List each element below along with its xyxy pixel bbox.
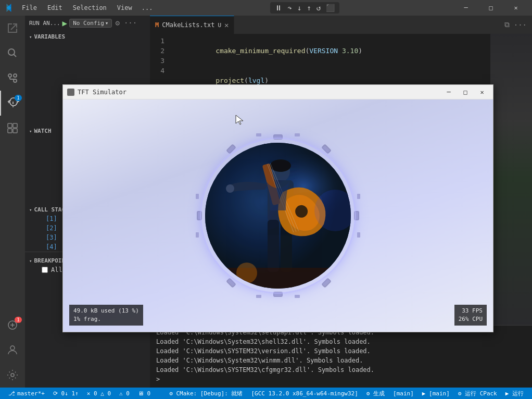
status-warnings[interactable]: ⚠ 0	[115, 388, 134, 399]
debug-stepover-btn[interactable]: ↷	[286, 3, 293, 13]
debug-badge: 1	[15, 95, 22, 101]
svg-rect-14	[13, 129, 17, 133]
debug-stepout-btn[interactable]: ↑	[305, 3, 312, 13]
status-cpack[interactable]: ⚙ 运行 CPack	[454, 388, 501, 399]
fps-info-overlay: 33 FPS 26% CPU	[454, 305, 487, 326]
run-label: RUN AN...	[29, 20, 60, 27]
svg-line-1	[14, 55, 17, 57]
activity-remote[interactable]: 1	[0, 313, 25, 338]
status-run[interactable]: ▶ [main]	[418, 388, 454, 399]
remote-badge: 1	[15, 317, 22, 323]
activity-source-control[interactable]	[0, 66, 25, 91]
win-close-btn[interactable]: ✕	[504, 0, 528, 16]
settings-icon[interactable]: ⚙	[114, 18, 120, 28]
remote-status-text: 🖥 0	[138, 390, 150, 397]
status-cmake[interactable]: ⚙ CMake: [Debug]: 就绪	[165, 388, 247, 399]
build-text: ⚙ 生成	[366, 390, 385, 397]
status-branch[interactable]: ⎇ master*+	[4, 388, 49, 399]
watch-title: WATCH	[34, 128, 51, 134]
vscode-icon	[4, 3, 14, 13]
sync-text: ⟳ 0↓ 1↑	[53, 390, 79, 397]
svg-rect-29	[295, 295, 300, 298]
menu-bar: File Edit Selection View ... ⏸ ↷ ↓ ↑ ↺ ⬛…	[0, 0, 532, 16]
terminal-prompt[interactable]: >	[156, 375, 526, 384]
debug-restart-btn[interactable]: ↺	[315, 3, 322, 13]
menu-more[interactable]: ...	[138, 3, 156, 13]
svg-point-16	[10, 346, 15, 350]
tab-filename: CMakeLists.txt	[162, 21, 214, 29]
debug-pause-btn[interactable]: ⏸	[273, 3, 284, 13]
watch-chevron-icon: ▾	[29, 129, 32, 134]
activity-extensions[interactable]	[0, 116, 25, 141]
svg-rect-12	[13, 123, 17, 128]
variables-chevron-icon: ▾	[29, 34, 32, 40]
menu-file[interactable]: File	[18, 3, 41, 13]
status-run2[interactable]: ▶ 运行	[501, 388, 528, 399]
svg-point-41	[226, 184, 234, 193]
status-errors[interactable]: ✕ 0 △ 0	[83, 388, 115, 399]
win-minimize-btn[interactable]: ─	[454, 0, 478, 16]
circle-image	[205, 143, 351, 289]
status-branch2[interactable]: [main]	[389, 388, 418, 399]
run2-text: ▶ 运行	[505, 390, 524, 397]
cmake-text: ⚙ CMake: [Debug]: 就绪	[169, 390, 243, 397]
activity-bar: 1 1	[0, 16, 25, 388]
guitar-player-scene	[205, 143, 351, 289]
debug-toolbar: ⏸ ↷ ↓ ↑ ↺ ⬛	[270, 2, 339, 14]
activity-search[interactable]	[0, 41, 25, 66]
activity-debug[interactable]: 1	[0, 91, 25, 116]
branch2-text: [main]	[393, 390, 414, 397]
split-editor-icon[interactable]: ⧉	[503, 19, 511, 30]
status-compiler[interactable]: [GCC 13.2.0 x86_64-w64-mingw32]	[247, 388, 362, 399]
svg-point-0	[8, 49, 15, 55]
svg-rect-33	[357, 232, 360, 238]
terminal-panel: Loaded 'C:\Windows\System32\setupapi.dll…	[150, 325, 532, 388]
tab-more-icon[interactable]: ···	[513, 20, 528, 30]
activity-accounts[interactable]	[0, 338, 25, 363]
tft-minimize-btn[interactable]: ─	[442, 86, 455, 98]
frag-text: 1% frag.	[73, 315, 139, 323]
activity-settings[interactable]	[0, 363, 25, 388]
fps-text: 33 FPS	[459, 307, 483, 315]
debug-stop-btn[interactable]: ⬛	[324, 3, 336, 13]
branch-icon: ⎇	[8, 390, 15, 397]
activity-explorer[interactable]	[0, 16, 25, 41]
svg-point-39	[270, 159, 291, 172]
window-controls: ─ □ ✕	[454, 0, 528, 16]
minimap-content	[490, 34, 532, 325]
menu-view[interactable]: View	[113, 3, 136, 13]
menu-selection[interactable]: Selection	[69, 3, 111, 13]
tab-close-btn[interactable]: ✕	[224, 21, 229, 29]
tab-actions: ⧉ ···	[503, 16, 532, 34]
status-remote[interactable]: 🖥 0	[134, 388, 155, 399]
tft-close-btn[interactable]: ✕	[475, 86, 489, 98]
tft-titlebar[interactable]: TFT Simulator ─ □ ✕	[63, 85, 493, 99]
status-sync[interactable]: ⟳ 0↓ 1↑	[49, 388, 83, 399]
svg-rect-11	[8, 123, 12, 128]
tft-maximize-btn[interactable]: □	[459, 86, 472, 98]
variables-section-header[interactable]: ▾ VARIABLES	[25, 30, 150, 41]
code-line-1: cmake_minimum_required(VERSION 3.10)	[175, 36, 490, 66]
status-build[interactable]: ⚙ 生成	[362, 388, 389, 399]
svg-rect-28	[256, 295, 261, 298]
svg-rect-27	[295, 133, 300, 136]
svg-point-2	[8, 74, 11, 77]
svg-rect-13	[8, 129, 12, 133]
tab-cmakelists[interactable]: M CMakeLists.txt U ✕	[150, 16, 234, 34]
terminal-line-5: Loaded 'C:\Windows\SYSTEM32\cfgmgr32.dll…	[156, 365, 526, 375]
tft-window-title: TFT Simulator	[78, 89, 439, 96]
terminal-line-2: Loaded 'C:\Windows\System32\shell32.dll'…	[156, 337, 526, 346]
debug-stepinto-btn[interactable]: ↓	[296, 3, 303, 13]
win-maximize-btn[interactable]: □	[479, 0, 503, 16]
compiler-text: [GCC 13.2.0 x86_64-w64-mingw32]	[251, 390, 358, 397]
run-play-button[interactable]: ▶	[62, 18, 68, 28]
config-dropdown[interactable]: No Config ▾	[69, 19, 112, 28]
svg-rect-24	[322, 279, 331, 288]
minimap	[490, 34, 532, 325]
more-icon[interactable]: ···	[123, 18, 138, 28]
call-stack-chevron-icon: ▾	[29, 207, 32, 213]
menu-edit[interactable]: Edit	[43, 3, 67, 13]
tab-letter-m: M	[155, 21, 159, 29]
tab-modified-indicator: U	[218, 22, 221, 29]
all-cpp-exceptions-checkbox[interactable]	[42, 267, 48, 273]
